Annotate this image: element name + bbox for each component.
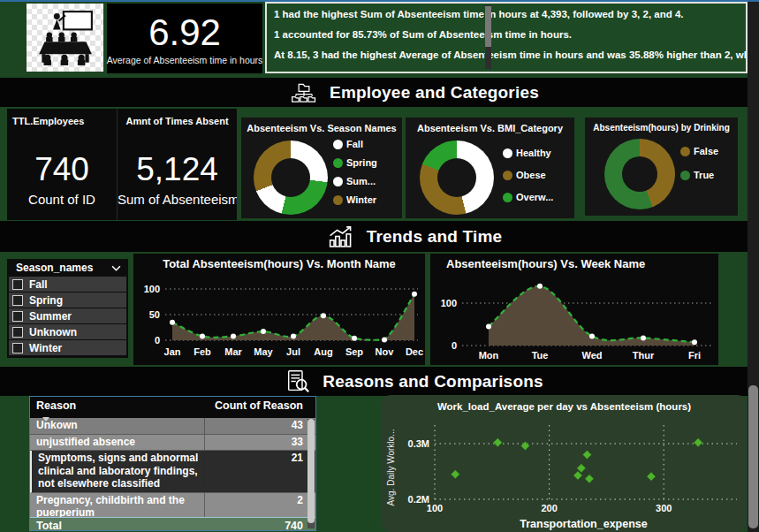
chart-title: Absenteeism(hours) Vs. Week Name xyxy=(430,254,718,270)
slicer-item-label: Fall xyxy=(29,278,48,291)
legend-dot xyxy=(503,171,512,180)
legend-item[interactable]: True xyxy=(680,170,718,180)
insight-line: At 8.15, 3 had the highest Average of Ab… xyxy=(274,49,732,60)
svg-text:Thur: Thur xyxy=(633,350,655,361)
month-chart-svg[interactable]: 050100JanFebMarMayJulAugSepNovDec xyxy=(133,273,425,365)
slicer-item-summer[interactable]: Summer xyxy=(9,308,126,323)
month-area-chart[interactable]: Total Absenteeism(hours) Vs. Month Name … xyxy=(133,254,425,365)
table-scrollbar[interactable] xyxy=(307,419,315,528)
donut-ring[interactable] xyxy=(604,139,675,209)
season-slicer[interactable]: Season_names FallSpringSummerUnknownWint… xyxy=(7,259,128,358)
column-header-count[interactable]: Count of Reason xyxy=(204,397,315,412)
svg-text:100: 100 xyxy=(441,298,457,308)
count-cell: 43 xyxy=(204,418,315,434)
dashboard-page: 6.92 Average of Absenteeism time in hour… xyxy=(0,0,759,532)
section-title-employee: Employee and Categories xyxy=(330,83,539,103)
narrative-insights[interactable]: 1 had the highest Sum of Absenteeism tim… xyxy=(265,2,748,73)
checkbox[interactable] xyxy=(12,279,23,290)
legend-item[interactable]: Overw... xyxy=(503,192,553,202)
legend-label: Obese xyxy=(516,170,546,180)
legend-item[interactable]: Winter xyxy=(333,194,377,205)
legend-label: Healthy xyxy=(516,148,551,158)
insights-scrollbar[interactable] xyxy=(485,5,491,69)
legend-item[interactable]: Healthy xyxy=(503,148,553,158)
chevron-down-icon[interactable] xyxy=(111,265,121,271)
donut-bmi-category[interactable]: Absenteeism Vs. BMI_Category HealthyObes… xyxy=(406,118,574,218)
svg-text:Transportation_expense: Transportation_expense xyxy=(520,518,648,530)
employee-kpi-panel[interactable]: TTL.Employees 740 Count of ID Amnt of Ti… xyxy=(7,109,237,220)
chart-title: Absenteeism Vs. Season Names xyxy=(241,118,402,133)
slicer-item-fall[interactable]: Fall xyxy=(9,277,126,292)
kpi-value: 5,124 xyxy=(118,151,237,188)
reason-cell: Pregnancy, childbirth and the puerperium xyxy=(30,493,204,518)
legend-item[interactable]: Sum... xyxy=(333,176,377,186)
slicer-item-label: Spring xyxy=(29,294,63,307)
reasons-table[interactable]: Reason Count of Reason Unkown43unjustifi… xyxy=(29,396,316,531)
svg-text:Dec: Dec xyxy=(406,346,423,357)
legend-label: True xyxy=(694,170,714,180)
scatter-chart-svg[interactable]: 1002003000.2M0.3MTransportation_expenseA… xyxy=(382,414,747,532)
table-row[interactable]: Pregnancy, childbirth and the puerperium… xyxy=(30,493,315,518)
chart-title: Work_load_Average per day vs Absenteeism… xyxy=(382,395,747,412)
legend-item[interactable]: Fall xyxy=(333,139,377,149)
kpi-header: Amnt of Times Absent xyxy=(118,109,237,126)
legend-label: Spring xyxy=(346,157,377,168)
svg-text:300: 300 xyxy=(656,503,672,513)
total-value: 740 xyxy=(211,520,315,532)
count-cell: 33 xyxy=(204,435,315,451)
checkbox[interactable] xyxy=(12,295,23,306)
section-header-employee: Employee and Categories xyxy=(0,78,759,107)
week-chart-svg[interactable]: 0100MonTueWedThurFri xyxy=(430,273,718,365)
svg-text:200: 200 xyxy=(541,503,557,513)
chart-title: Total Absenteeism(hours) Vs. Month Name xyxy=(133,254,425,270)
legend-label: Winter xyxy=(346,194,376,205)
slicer-item-winter[interactable]: Winter xyxy=(9,340,126,355)
legend-dot xyxy=(503,193,512,202)
svg-text:Mar: Mar xyxy=(224,346,242,357)
legend: FallSpringSum...Winter xyxy=(333,139,377,205)
svg-text:Feb: Feb xyxy=(194,346,211,357)
checkbox[interactable] xyxy=(12,343,23,353)
trend-chart-icon xyxy=(328,224,354,248)
kpi-total-employees: TTL.Employees 740 Count of ID xyxy=(7,109,118,220)
slicer-item-spring[interactable]: Spring xyxy=(9,293,126,308)
section-title-reasons: Reasons and Comparisons xyxy=(323,372,543,391)
legend-item[interactable]: Spring xyxy=(333,157,377,168)
donut-ring[interactable] xyxy=(420,141,494,215)
legend-dot xyxy=(333,140,343,149)
slicer-item-unknown[interactable]: Unknown xyxy=(9,324,126,339)
svg-text:0.3M: 0.3M xyxy=(408,438,429,449)
slicer-header[interactable]: Season_names xyxy=(7,259,128,276)
svg-text:Aug: Aug xyxy=(314,346,332,357)
donut-drinking[interactable]: Absenteeism(hours) by Drinking FalseTrue xyxy=(585,118,738,216)
workload-scatter-chart[interactable]: Work_load_Average per day vs Absenteeism… xyxy=(382,395,747,532)
checkbox[interactable] xyxy=(12,311,23,322)
table-row[interactable]: unjustified absence33 xyxy=(30,435,315,452)
svg-text:Wed: Wed xyxy=(581,350,602,361)
donut-season-names[interactable]: Absenteeism Vs. Season Names FallSpringS… xyxy=(241,118,402,218)
svg-text:100: 100 xyxy=(144,284,160,294)
page-scrollbar[interactable] xyxy=(748,2,759,532)
table-row[interactable]: Symptoms, signs and abnormal clinical an… xyxy=(30,451,315,493)
checkbox[interactable] xyxy=(12,327,23,338)
total-label: Total xyxy=(30,520,211,532)
chart-title: Absenteeism Vs. BMI_Category xyxy=(406,118,574,133)
legend-item[interactable]: False xyxy=(680,146,718,156)
kpi-caption: Sum of Absenteeism… xyxy=(118,192,237,207)
table-row[interactable]: Unkown43 xyxy=(30,418,315,435)
slicer-item-label: Unknown xyxy=(29,326,77,338)
legend-dot xyxy=(680,147,690,156)
week-area-chart[interactable]: Absenteeism(hours) Vs. Week Name 0100Mon… xyxy=(430,254,718,365)
donut-ring[interactable] xyxy=(254,141,328,215)
legend-item[interactable]: Obese xyxy=(503,170,553,180)
legend-label: Sum... xyxy=(346,176,376,186)
legend-label: Overw... xyxy=(516,192,553,202)
kpi-average-absenteeism[interactable]: 6.92 Average of Absenteeism time in hour… xyxy=(107,4,262,73)
table-header-row[interactable]: Reason Count of Reason xyxy=(30,397,315,418)
insight-line: 1 had the highest Sum of Absenteeism tim… xyxy=(274,9,732,19)
kpi-caption: Average of Absenteeism time in hours xyxy=(107,55,263,65)
slicer-item-label: Summer xyxy=(29,310,72,323)
section-header-trends: Trends and Time xyxy=(0,221,759,252)
svg-text:0: 0 xyxy=(155,335,160,346)
svg-text:Avg. Daily Worklo...: Avg. Daily Worklo... xyxy=(386,429,396,506)
